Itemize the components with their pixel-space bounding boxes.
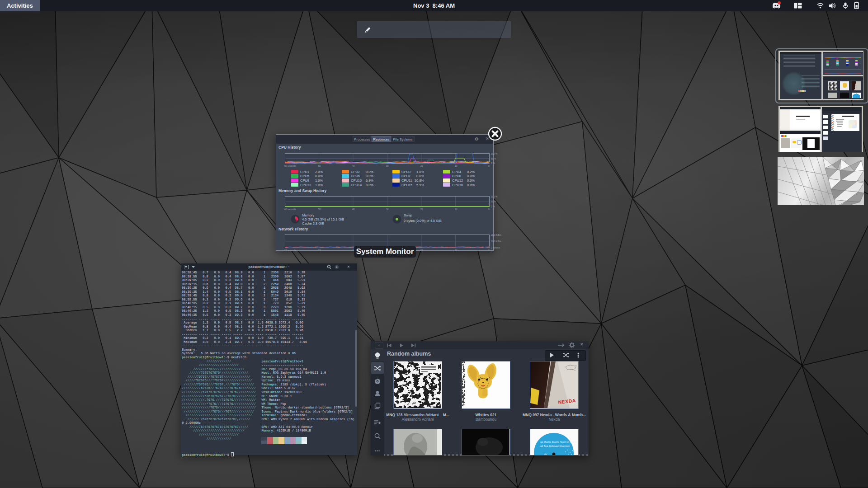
- svg-text:a1 Mucho Sueño Heart Of Glass: a1 Mucho Sueño Heart Of Glass: [540, 441, 576, 443]
- svg-text:vtv: vtv: [544, 453, 547, 455]
- svg-text:a2 Bea Dobrivan Diversion: a2 Bea Dobrivan Diversion: [540, 445, 570, 447]
